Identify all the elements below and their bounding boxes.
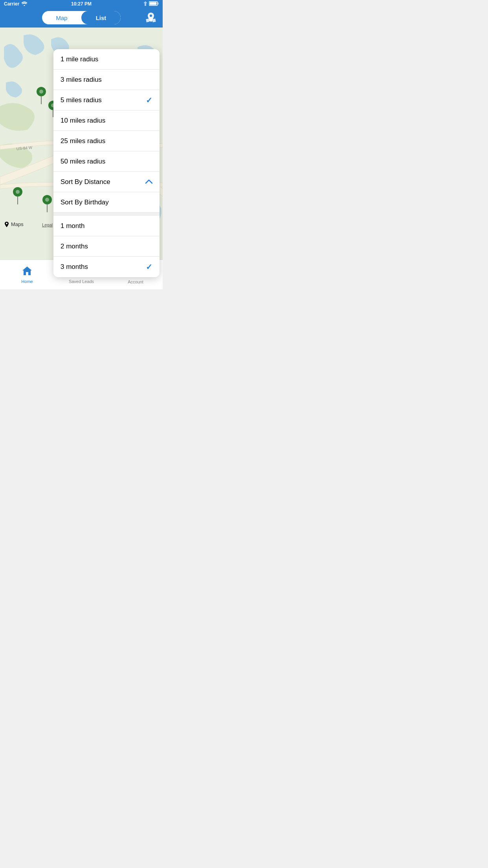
checkmark-3months: ✓ bbox=[146, 262, 152, 272]
dropdown-item-1mile[interactable]: 1 mile radius bbox=[53, 49, 160, 70]
segment-control[interactable]: Map List bbox=[42, 11, 121, 24]
dropdown-item-3miles[interactable]: 3 miles radius bbox=[53, 70, 160, 90]
tab-home[interactable]: Home bbox=[0, 266, 54, 284]
home-icon bbox=[22, 266, 33, 278]
svg-point-5 bbox=[150, 15, 152, 17]
status-bar-right bbox=[143, 1, 159, 7]
svg-point-58 bbox=[45, 198, 49, 202]
dropdown-item-3months[interactable]: 3 months ✓ bbox=[53, 257, 160, 277]
svg-point-16 bbox=[39, 90, 43, 94]
tab-saved-leads-label: Saved Leads bbox=[69, 279, 94, 284]
svg-rect-3 bbox=[150, 2, 157, 5]
dropdown-item-5miles[interactable]: 5 miles radius ✓ bbox=[53, 90, 160, 110]
svg-rect-6 bbox=[146, 18, 149, 22]
status-bar-left: Carrier bbox=[4, 1, 28, 7]
legal-link[interactable]: Legal bbox=[42, 223, 53, 227]
dropdown-item-sort-distance[interactable]: Sort By Distance bbox=[53, 172, 160, 192]
carrier-label: Carrier bbox=[4, 1, 19, 7]
location-icon bbox=[143, 1, 147, 7]
svg-rect-8 bbox=[152, 18, 156, 22]
svg-rect-2 bbox=[158, 2, 159, 4]
tab-map[interactable]: Map bbox=[42, 11, 81, 24]
status-bar-time: 10:27 PM bbox=[71, 1, 92, 7]
dropdown-item-50miles[interactable]: 50 miles radius bbox=[53, 151, 160, 172]
dropdown-item-10miles[interactable]: 10 miles radius bbox=[53, 110, 160, 131]
dropdown-item-25miles[interactable]: 25 miles radius bbox=[53, 131, 160, 151]
svg-point-62 bbox=[6, 223, 7, 224]
svg-point-0 bbox=[24, 5, 25, 6]
section-divider bbox=[53, 213, 160, 216]
dropdown-item-2months[interactable]: 2 months bbox=[53, 236, 160, 257]
tab-account-label: Account bbox=[128, 280, 143, 284]
dropdown-item-1month[interactable]: 1 month bbox=[53, 216, 160, 236]
wifi-icon bbox=[21, 1, 28, 7]
status-bar: Carrier 10:27 PM bbox=[0, 0, 163, 8]
maps-watermark: Maps bbox=[4, 221, 24, 227]
map-icon-button[interactable] bbox=[144, 11, 158, 25]
tab-list[interactable]: List bbox=[81, 11, 121, 24]
chevron-up-icon bbox=[145, 178, 152, 186]
dropdown-panel: 1 mile radius 3 miles radius 5 miles rad… bbox=[53, 49, 160, 277]
tab-home-label: Home bbox=[21, 279, 33, 284]
dropdown-item-sort-birthday[interactable]: Sort By Birthday bbox=[53, 192, 160, 213]
checkmark-5miles: ✓ bbox=[146, 96, 152, 105]
header: Map List bbox=[0, 8, 163, 28]
svg-rect-7 bbox=[149, 18, 152, 21]
svg-point-55 bbox=[16, 190, 20, 194]
battery-icon bbox=[149, 1, 159, 7]
